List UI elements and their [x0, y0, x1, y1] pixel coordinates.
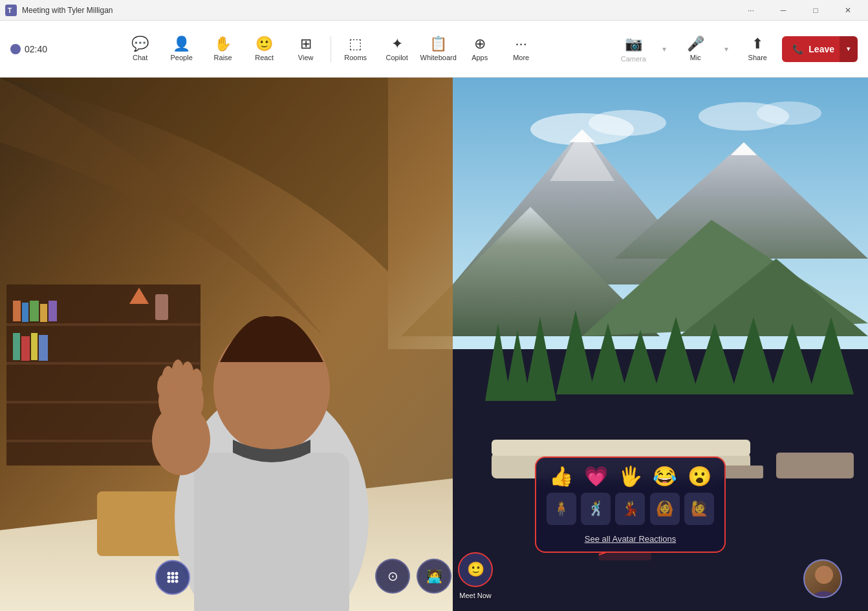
whiteboard-button[interactable]: 📋 Whiteboard — [419, 26, 458, 72]
leave-button[interactable]: 📞 Leave — [782, 36, 845, 62]
svg-point-73 — [175, 576, 179, 579]
avatar-reaction-3[interactable]: 💃 — [615, 493, 645, 525]
camera-button[interactable]: 📷 Camera — [614, 26, 653, 72]
thumbs-up-emoji[interactable]: 👍 — [549, 467, 573, 486]
camera-icon: 📷 — [625, 36, 642, 52]
avatar-reaction-5[interactable]: 🙋 — [684, 493, 714, 525]
emoji-button-group: 🙂 Meet Now — [458, 552, 493, 599]
minimize-button[interactable]: ─ — [768, 0, 798, 21]
wow-emoji[interactable]: 😮 — [688, 467, 711, 486]
mic-label: Mic — [690, 54, 701, 61]
dots-grid-button[interactable] — [155, 560, 190, 595]
laugh-emoji[interactable]: 😂 — [653, 467, 677, 486]
avatar-settings-icon: ⊙ — [387, 568, 398, 584]
people-label: People — [171, 54, 193, 61]
emoji-reaction-icon: 🙂 — [467, 561, 484, 578]
maximize-button[interactable]: □ — [801, 0, 830, 21]
camera-label: Camera — [621, 55, 646, 63]
copilot-icon: ✦ — [391, 37, 403, 51]
meeting-timer: 02:40 — [25, 44, 47, 54]
svg-point-6 — [757, 102, 821, 125]
svg-point-77 — [815, 566, 833, 584]
svg-point-4 — [589, 110, 666, 136]
whiteboard-icon: 📋 — [429, 37, 447, 51]
svg-point-60 — [191, 369, 202, 394]
chat-button[interactable]: 💬 Chat — [121, 26, 160, 72]
people-icon: 👤 — [173, 37, 190, 51]
svg-rect-44 — [31, 333, 38, 360]
mic-button[interactable]: 🎤 Mic — [676, 26, 715, 72]
svg-rect-41 — [49, 301, 57, 321]
see-all-avatar-reactions-button[interactable]: See all Avatar Reactions — [544, 531, 717, 545]
avatar-reaction-4[interactable]: 🙆 — [650, 493, 680, 525]
teams-logo-icon: T — [5, 5, 17, 16]
close-button[interactable]: ✕ — [833, 0, 863, 21]
svg-text:T: T — [8, 7, 12, 14]
chat-icon: 💬 — [131, 37, 149, 51]
copilot-button[interactable]: ✦ Copilot — [378, 26, 417, 72]
ellipsis-button[interactable]: ··· — [736, 0, 766, 21]
heart-emoji[interactable]: 💗 — [584, 467, 608, 486]
raise-label: Raise — [214, 54, 232, 61]
avatar-reaction-2[interactable]: 🕺 — [581, 493, 611, 525]
apps-button[interactable]: ⊕ Apps — [461, 26, 499, 72]
avatar-customize-icon: 🧑‍💻 — [426, 568, 442, 584]
share-label: Share — [748, 54, 767, 61]
svg-rect-33 — [6, 323, 201, 326]
title-bar-controls: ··· ─ □ ✕ — [736, 0, 863, 21]
people-button[interactable]: 👤 People — [162, 26, 201, 72]
background-scene — [0, 78, 868, 611]
react-button[interactable]: 🙂 React — [245, 26, 284, 72]
apps-label: Apps — [472, 54, 488, 61]
mic-icon: 🎤 — [687, 37, 704, 51]
avatar-reaction-1[interactable]: 🧍 — [547, 493, 576, 525]
react-icon: 🙂 — [255, 37, 273, 51]
svg-rect-39 — [30, 301, 39, 321]
svg-point-76 — [175, 580, 179, 583]
svg-point-61 — [157, 375, 169, 398]
dots-grid-icon — [165, 570, 180, 585]
toolbar: 02:40 💬 Chat 👤 People ✋ Raise 🙂 React ⊞ … — [0, 21, 868, 78]
share-button[interactable]: ⬆ Share — [738, 26, 777, 72]
window-title: Meeting with Tyler Milligan — [22, 6, 113, 15]
whiteboard-label: Whiteboard — [420, 54, 457, 61]
toolbar-divider — [331, 36, 331, 62]
title-bar: T Meeting with Tyler Milligan ··· ─ □ ✕ — [0, 0, 868, 21]
react-label: React — [255, 54, 274, 61]
emoji-reaction-button[interactable]: 🙂 — [458, 552, 493, 587]
view-button[interactable]: ⊞ View — [287, 26, 325, 72]
raise-button[interactable]: ✋ Raise — [204, 26, 243, 72]
svg-point-75 — [171, 580, 175, 583]
svg-point-71 — [168, 576, 171, 579]
bottom-controls: ⊙ 🧑‍💻 🙂 Meet Now — [375, 552, 493, 599]
leave-chevron-button[interactable]: ▾ — [840, 36, 858, 62]
avatar-customize-button[interactable]: 🧑‍💻 — [417, 559, 451, 594]
avatar-thumbnail[interactable] — [803, 559, 842, 598]
svg-rect-65 — [776, 453, 854, 478]
svg-rect-37 — [13, 301, 21, 321]
toolbar-right: 📷 Camera ▾ 🎤 Mic ▾ ⬆ Share 📞 Leave ▾ — [614, 26, 858, 72]
leave-phone-icon: 📞 — [792, 44, 803, 54]
avatar-reactions-row: 🧍 🕺 💃 🙆 🙋 — [544, 493, 717, 525]
more-button[interactable]: ··· More — [502, 26, 541, 72]
apps-icon: ⊕ — [474, 37, 486, 51]
svg-point-70 — [175, 572, 179, 575]
camera-chevron-button[interactable]: ▾ — [658, 26, 671, 72]
main-content: 👍 💗 🖐 😂 😮 🧍 🕺 💃 🙆 🙋 See all Avatar React… — [0, 78, 868, 611]
view-icon: ⊞ — [300, 37, 312, 51]
shield-icon — [10, 44, 21, 54]
toolbar-center: 💬 Chat 👤 People ✋ Raise 🙂 React ⊞ View ⬚… — [121, 26, 541, 72]
wave-emoji[interactable]: 🖐 — [618, 467, 642, 486]
leave-group: 📞 Leave ▾ — [782, 36, 858, 62]
svg-rect-63 — [492, 440, 750, 456]
mic-chevron-button[interactable]: ▾ — [720, 26, 733, 72]
rooms-icon: ⬚ — [349, 37, 362, 51]
svg-rect-47 — [155, 294, 168, 320]
avatar-settings-button[interactable]: ⊙ — [375, 559, 410, 594]
rooms-button[interactable]: ⬚ Rooms — [336, 26, 375, 72]
emoji-reactions-row: 👍 💗 🖐 😂 😮 — [544, 467, 717, 486]
leave-label: Leave — [808, 44, 834, 54]
svg-point-68 — [168, 572, 171, 575]
svg-point-72 — [171, 576, 175, 579]
copilot-label: Copilot — [386, 54, 408, 61]
